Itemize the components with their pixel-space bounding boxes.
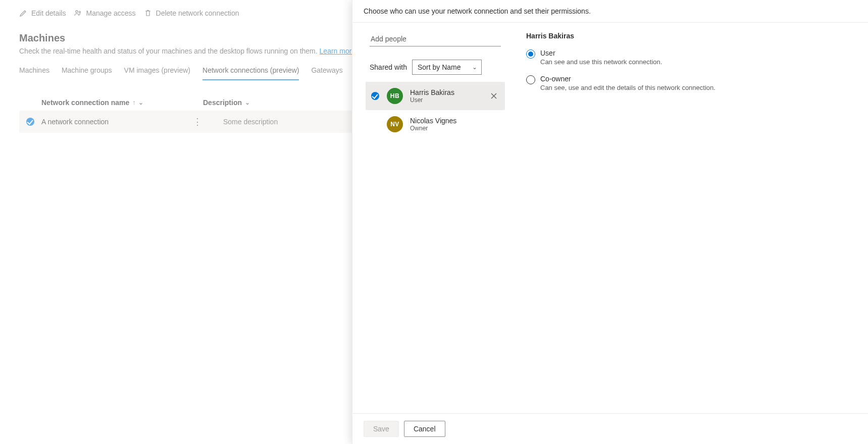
radio-icon xyxy=(526,50,535,59)
add-people-input[interactable] xyxy=(370,32,501,46)
people-list: HB Harris Bakiras User NV Nicolas Vignes… xyxy=(366,82,505,138)
chevron-down-icon: ⌄ xyxy=(472,64,477,71)
person-item[interactable]: HB Harris Bakiras User xyxy=(366,82,505,110)
sort-by-dropdown[interactable]: Sort by Name ⌄ xyxy=(412,60,482,75)
shared-with-label: Shared with xyxy=(370,63,407,71)
radio-option-user[interactable]: User Can see and use this network connec… xyxy=(526,49,857,66)
person-item[interactable]: NV Nicolas Vignes Owner xyxy=(366,110,505,138)
radio-description: Can see, use and edit the details of thi… xyxy=(540,84,716,91)
avatar: NV xyxy=(387,116,403,132)
check-icon xyxy=(371,92,379,100)
person-role: User xyxy=(410,96,481,104)
sort-by-label: Sort by Name xyxy=(418,63,461,71)
avatar: HB xyxy=(387,88,403,104)
panel-header: Choose who can use your network connecti… xyxy=(352,0,868,23)
cancel-button[interactable]: Cancel xyxy=(404,421,445,437)
panel-left: Shared with Sort by Name ⌄ HB Harris Bak… xyxy=(352,23,510,413)
panel-right: Harris Bakiras User Can see and use this… xyxy=(510,23,868,413)
person-check[interactable] xyxy=(371,92,380,100)
radio-option-coowner[interactable]: Co-owner Can see, use and edit the detai… xyxy=(526,75,857,91)
person-name: Nicolas Vignes xyxy=(410,117,500,125)
radio-description: Can see and use this network connection. xyxy=(540,58,662,66)
permissions-radio-group: User Can see and use this network connec… xyxy=(526,49,857,91)
person-name: Harris Bakiras xyxy=(410,88,481,96)
permissions-title: Harris Bakiras xyxy=(526,32,857,40)
close-icon xyxy=(491,93,497,99)
panel-footer: Save Cancel xyxy=(352,413,868,444)
person-role: Owner xyxy=(410,125,500,132)
save-button[interactable]: Save xyxy=(364,421,399,437)
panel-body: Shared with Sort by Name ⌄ HB Harris Bak… xyxy=(352,23,868,413)
radio-label: Co-owner xyxy=(540,75,716,83)
radio-icon xyxy=(526,75,535,84)
manage-access-panel: Choose who can use your network connecti… xyxy=(352,0,868,444)
remove-person-button[interactable] xyxy=(488,90,500,102)
radio-label: User xyxy=(540,49,662,57)
